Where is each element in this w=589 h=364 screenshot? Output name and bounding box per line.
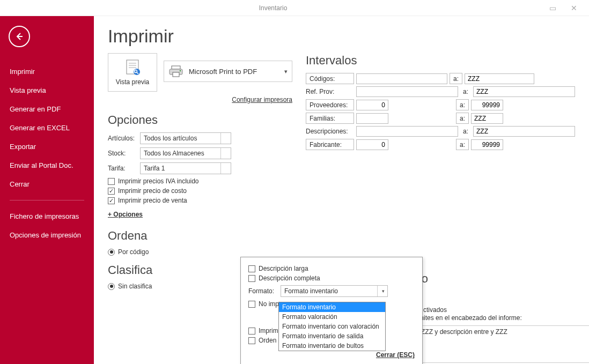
mas-opciones-link[interactable]: + Opciones xyxy=(108,211,143,218)
fabricante-label: Fabricante: xyxy=(306,139,354,150)
chk-desc-larga-label: Descripción larga xyxy=(259,265,308,272)
formato-combo[interactable]: Formato inventario ▾ xyxy=(281,285,388,297)
proveedores-label: Proveedores: xyxy=(306,99,354,110)
sidebar-item-cerrar[interactable]: Cerrar xyxy=(0,175,94,194)
chk-iva-label: Imprimir precios IVA incluido xyxy=(118,177,199,185)
page-title: Imprimir xyxy=(108,26,300,47)
stock-label: Stock: xyxy=(108,150,140,157)
radio-por-codigo-label: Por código xyxy=(118,248,149,256)
svg-rect-9 xyxy=(173,72,179,77)
refprov-from[interactable] xyxy=(356,86,458,97)
fabricante-from[interactable] xyxy=(356,139,388,150)
familias-to[interactable] xyxy=(471,113,503,124)
chk-costo-label: Imprimir precio de costo xyxy=(118,187,187,195)
vista-previa-label: Vista previa xyxy=(116,78,149,86)
sidebar-item-opciones-imp[interactable]: Opciones de impresión xyxy=(0,226,94,244)
refprov-to[interactable] xyxy=(473,86,575,97)
orden-header: Ordena xyxy=(108,229,300,243)
chk-no-imp[interactable] xyxy=(248,301,255,308)
chevron-down-icon: ▾ xyxy=(225,166,228,171)
chevron-down-icon: ▾ xyxy=(382,288,385,294)
intervalos-header: Intervalos xyxy=(306,54,575,68)
formato-option-1[interactable]: Formato valoración xyxy=(279,312,385,322)
codigos-label: Códigos: xyxy=(306,73,354,84)
formato-label: Formato: xyxy=(248,287,281,295)
chk-no-imp-label: No imp xyxy=(259,300,279,308)
arrow-left-icon xyxy=(14,31,25,42)
chk-desc-completa[interactable] xyxy=(248,275,255,282)
a-label: a: xyxy=(458,88,473,95)
descripciones-to[interactable] xyxy=(473,126,575,137)
sidebar-item-pdf[interactable]: Generar en PDF xyxy=(0,100,94,118)
a-label: a: xyxy=(456,113,469,124)
sidebar-item-vista-previa[interactable]: Vista previa xyxy=(0,81,94,100)
radio-por-codigo[interactable] xyxy=(108,249,115,256)
printer-icon xyxy=(168,65,183,78)
printer-name: Microsoft Print to PDF xyxy=(189,68,279,76)
a-label: a: xyxy=(458,128,473,135)
chevron-down-icon: ▾ xyxy=(284,68,288,75)
formato-option-3[interactable]: Formato inventario de salida xyxy=(279,331,385,341)
vista-previa-button[interactable]: Vista previa xyxy=(108,53,157,92)
radio-sin-clasifica-label: Sin clasifica xyxy=(118,283,152,290)
content-area: Imprimir xyxy=(94,16,589,364)
sidebar-item-fichero[interactable]: Fichero de impresoras xyxy=(0,207,94,226)
proveedores-from[interactable] xyxy=(356,100,388,110)
familias-from[interactable] xyxy=(356,113,388,124)
chk-venta-label: Imprimir precio de venta xyxy=(118,197,187,204)
chk-desc-larga[interactable] xyxy=(248,265,255,272)
refprov-label: Ref. Prov: xyxy=(306,88,356,95)
fabricante-to[interactable] xyxy=(471,139,503,150)
sidebar-separator xyxy=(10,200,84,200)
title-bar: Inventario ▭ ✕ xyxy=(0,0,589,16)
window-title: Inventario xyxy=(4,4,542,12)
close-button[interactable]: ✕ xyxy=(563,4,585,12)
sidebar-item-excel[interactable]: Generar en EXCEL xyxy=(0,118,94,137)
back-button[interactable] xyxy=(9,26,30,47)
chevron-down-icon: ▾ xyxy=(225,136,228,141)
familias-label: Familias: xyxy=(306,113,354,124)
chk-orden-inverso[interactable] xyxy=(248,337,255,344)
formato-option-4[interactable]: Formato inventario de bultos xyxy=(279,341,385,351)
popup-close-link[interactable]: Cerrar (ESC) xyxy=(376,351,415,359)
formato-option-2[interactable]: Formato inventario con valoración xyxy=(279,322,385,331)
sidebar-item-imprimir[interactable]: Imprimir xyxy=(0,62,94,81)
a-label: a: xyxy=(456,139,469,150)
a-label: a: xyxy=(456,99,469,110)
tarifa-combo[interactable]: Tarifa 1 ▾ xyxy=(140,162,231,174)
document-icon xyxy=(123,59,142,77)
descripciones-from[interactable] xyxy=(356,126,458,137)
bg-ctivados-text: ctivados xyxy=(423,306,447,314)
chk-venta[interactable] xyxy=(108,197,115,204)
codigos-from[interactable] xyxy=(356,73,447,84)
articulos-label: Artículos: xyxy=(108,135,140,142)
chk-costo[interactable] xyxy=(108,188,115,195)
chk-iva[interactable] xyxy=(108,178,115,185)
printer-select[interactable]: Microsoft Print to PDF ▾ xyxy=(164,61,292,82)
svg-rect-7 xyxy=(172,66,180,69)
stock-combo[interactable]: Todos los Almacenes ▾ xyxy=(140,147,231,159)
a-label: a: xyxy=(450,73,462,84)
radio-sin-clasifica[interactable] xyxy=(108,283,115,290)
tarifa-label: Tarifa: xyxy=(108,165,140,172)
formato-dropdown: Formato inventario Formato valoración Fo… xyxy=(278,302,386,351)
descripciones-label: Descripciones: xyxy=(306,128,356,135)
proveedores-to[interactable] xyxy=(471,100,503,110)
chk-desc-completa-label: Descripción completa xyxy=(259,274,320,282)
chk-imprimi-label: Imprimi xyxy=(259,327,279,335)
bg-limites-textarea[interactable]: entre y ZZZ y descripción entre y ZZZ xyxy=(396,325,589,363)
maximize-button[interactable]: ▭ xyxy=(542,4,563,12)
sidebar-item-portal[interactable]: Enviar al Portal Doc. xyxy=(0,156,94,175)
articulos-combo[interactable]: Todos los artículos ▾ xyxy=(140,132,231,144)
sidebar-item-exportar[interactable]: Exportar xyxy=(0,137,94,156)
sidebar: Imprimir Vista previa Generar en PDF Gen… xyxy=(0,16,94,364)
svg-point-10 xyxy=(180,70,181,71)
opciones-header: Opciones xyxy=(108,113,300,127)
configure-printer-link[interactable]: Configurar impresora xyxy=(232,96,292,103)
chk-imprimi[interactable] xyxy=(248,328,255,335)
formato-option-0[interactable]: Formato inventario xyxy=(279,302,385,312)
codigos-to[interactable] xyxy=(465,73,534,84)
chevron-down-icon: ▾ xyxy=(225,151,228,156)
